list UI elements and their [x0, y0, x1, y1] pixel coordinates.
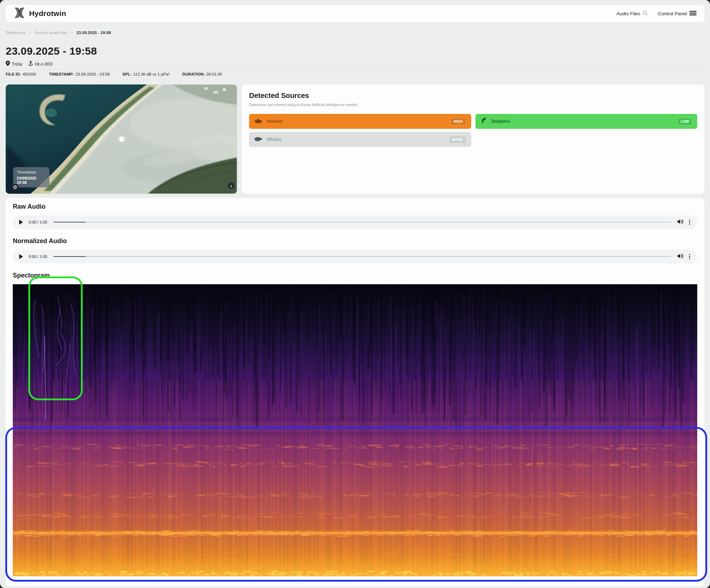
- map-info-icon[interactable]: i: [228, 182, 235, 189]
- confidence-badge: HIGH: [450, 118, 466, 125]
- nav-audio-files[interactable]: Audio Files: [616, 10, 648, 17]
- page-title: 23.09.2025 - 19:58: [6, 45, 97, 57]
- seek-slider[interactable]: [54, 256, 671, 257]
- normalized-audio-player: 0:00 / 1:00: [13, 250, 697, 263]
- source-label: Vessels: [267, 119, 446, 124]
- more-options-icon[interactable]: [688, 253, 691, 260]
- overlay-value: 23/09/2025 19:58: [17, 176, 46, 185]
- meta-timestamp: TIMESTAMP:23.09.2025 - 19:58: [49, 72, 110, 76]
- confidence-badge: LOW: [677, 118, 692, 125]
- more-options-icon[interactable]: [688, 219, 691, 226]
- location-name: Tróia: [12, 61, 22, 67]
- location-row: Tróia Ht-c-003: [6, 61, 53, 67]
- meta-file-id: FILE ID:453330: [6, 72, 36, 76]
- hydrophone-marker[interactable]: [119, 137, 124, 142]
- brand-name: Hydrotwin: [29, 9, 66, 18]
- time-display: 0:00 / 1:00: [29, 220, 47, 224]
- spectrogram-container: [13, 284, 697, 576]
- anchor-icon: [28, 61, 33, 67]
- file-meta-row: FILE ID:453330 TIMESTAMP:23.09.2025 - 19…: [6, 72, 222, 76]
- map-timestamp-overlay: Timestamp: 23/09/2025 19:58: [13, 167, 49, 187]
- location-pin-icon: [6, 61, 10, 67]
- device-id: Ht-c-003: [35, 61, 53, 67]
- location-item: Tróia: [6, 61, 22, 67]
- normalized-audio-title: Normalized Audio: [13, 237, 697, 245]
- overlay-label: Timestamp:: [17, 170, 46, 174]
- volume-icon[interactable]: [677, 219, 683, 226]
- meta-spl: SPL:112.36 dB re 1 µPa²: [122, 72, 170, 76]
- detected-sources-title: Detected Sources: [249, 92, 697, 100]
- breadcrumb-search-audio-files[interactable]: Search audio files: [35, 31, 67, 35]
- detected-sources-subtitle: Detections are infered using in-house Ar…: [249, 103, 697, 107]
- breadcrumb-separator: >: [71, 31, 73, 35]
- time-display: 0:00 / 1:00: [29, 254, 47, 259]
- breadcrumb: Dashboard > Search audio files > 23.09.2…: [6, 31, 111, 35]
- hamburger-menu-icon[interactable]: [689, 11, 697, 17]
- spectrogram-image: [13, 284, 697, 576]
- meta-duration: DURATION:00:01:00: [182, 72, 222, 76]
- detected-sources-panel: Detected Sources Detections are infered …: [242, 84, 704, 194]
- source-chip-dolphins[interactable]: Dolphins LOW: [475, 114, 698, 129]
- seek-slider[interactable]: [54, 222, 671, 222]
- dolphin-icon: [480, 117, 488, 126]
- map-locate-icon[interactable]: [12, 184, 18, 191]
- breadcrumb-dashboard[interactable]: Dashboard: [6, 31, 26, 35]
- divider: [6, 70, 704, 70]
- whale-icon: [254, 136, 263, 143]
- device-item: Ht-c-003: [28, 61, 53, 67]
- spectrogram-title: Spectogram: [13, 272, 697, 279]
- header-bar: Hydrotwin Audio Files Control Panel: [6, 5, 704, 22]
- source-chip-whales[interactable]: Whales NONE: [249, 132, 471, 147]
- raw-audio-player: 0:00 / 1:00: [13, 215, 697, 229]
- satellite-map[interactable]: Timestamp: 23/09/2025 19:58 i: [6, 84, 237, 194]
- page: Hydrotwin Audio Files Control Panel: [0, 0, 710, 588]
- volume-icon[interactable]: [677, 253, 683, 260]
- confidence-badge: NONE: [449, 136, 466, 143]
- vessel-icon: [254, 118, 263, 125]
- nav-control-panel[interactable]: Control Panel: [658, 11, 697, 17]
- raw-audio-title: Raw Audio: [13, 203, 697, 210]
- hydrotwin-logo-icon: [13, 7, 26, 20]
- play-icon[interactable]: [19, 254, 23, 259]
- source-chip-vessels[interactable]: Vessels HIGH: [249, 114, 471, 129]
- breadcrumb-current: 23.09.2025 - 19:58: [76, 31, 111, 35]
- play-icon[interactable]: [19, 220, 23, 225]
- brand[interactable]: Hydrotwin: [13, 7, 66, 20]
- audio-panel: Raw Audio 0:00 / 1:00 Normalized Audio 0…: [6, 198, 704, 586]
- breadcrumb-separator: >: [29, 31, 31, 35]
- source-label: Dolphins: [492, 119, 673, 124]
- search-icon[interactable]: [643, 10, 648, 17]
- source-label: Whales: [267, 137, 445, 142]
